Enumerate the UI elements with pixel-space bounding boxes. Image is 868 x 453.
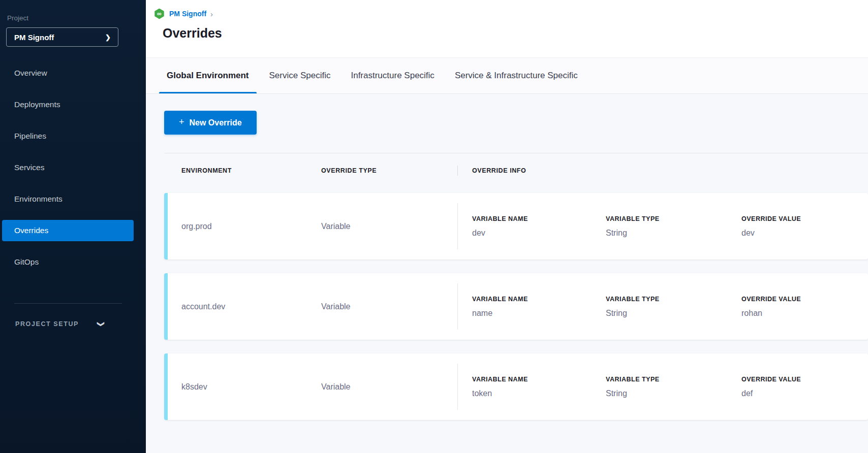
row-override-info: VARIABLE NAME name VARIABLE TYPE String … xyxy=(457,283,868,330)
sidebar-item-label: Overview xyxy=(14,69,47,78)
sidebar-nav: Overview Deployments Pipelines Services … xyxy=(0,62,146,273)
sidebar-item-label: Environments xyxy=(14,195,63,204)
tab-bar: Global Environment Service Specific Infr… xyxy=(146,57,868,94)
variable-name-label: VARIABLE NAME xyxy=(472,296,606,303)
cd-module-icon: ∞ xyxy=(154,9,165,19)
project-setup-label: PROJECT SETUP xyxy=(15,320,79,328)
tab-label: Service & Infrastructure Specific xyxy=(455,71,578,81)
table-header-row: ENVIRONMENT OVERRIDE TYPE OVERRIDE INFO xyxy=(164,166,868,176)
sidebar-item-label: Services xyxy=(14,163,44,172)
tab[interactable]: Service Specific xyxy=(262,58,338,93)
sidebar-item[interactable]: Pipelines xyxy=(2,125,134,147)
override-value-value: def xyxy=(741,389,868,398)
row-override-type: Variable xyxy=(321,193,457,260)
variable-name-value: name xyxy=(472,309,606,318)
tab-label: Service Specific xyxy=(269,71,331,81)
sidebar-item-label: Pipelines xyxy=(14,132,46,141)
column-header-override-info: OVERRIDE INFO xyxy=(458,167,526,174)
variable-type-label: VARIABLE TYPE xyxy=(606,376,741,383)
row-environment: org.prod xyxy=(181,193,321,260)
project-selector[interactable]: PM Signoff ❯ xyxy=(6,27,118,47)
breadcrumb-separator-icon: › xyxy=(210,10,213,18)
sidebar-item[interactable]: Deployments xyxy=(2,94,134,115)
column-header-override-type: OVERRIDE TYPE xyxy=(321,167,457,174)
variable-type-value: String xyxy=(606,309,741,318)
tab[interactable]: Global Environment xyxy=(159,58,257,93)
variable-type-label: VARIABLE TYPE xyxy=(606,215,741,222)
sidebar-item[interactable]: Services xyxy=(2,157,134,178)
variable-type-value: String xyxy=(606,389,741,398)
row-override-info: VARIABLE NAME token VARIABLE TYPE String… xyxy=(457,364,868,410)
tab[interactable]: Service & Infrastructure Specific xyxy=(447,58,585,93)
project-selector-value: PM Signoff xyxy=(14,33,54,42)
sidebar-divider xyxy=(14,303,122,304)
override-value-value: dev xyxy=(741,229,868,238)
sidebar-item[interactable]: Overview xyxy=(2,62,134,84)
chevron-right-icon: ❯ xyxy=(105,34,111,41)
override-row[interactable]: org.prod Variable VARIABLE NAME dev VARI… xyxy=(164,193,868,260)
project-label: Project xyxy=(7,14,146,22)
sidebar: Project PM Signoff ❯ Overview Deployment… xyxy=(0,0,146,453)
sidebar-item-label: Overrides xyxy=(14,226,48,235)
override-row[interactable]: k8sdev Variable VARIABLE NAME token VARI… xyxy=(164,353,868,420)
variable-type-value: String xyxy=(606,229,741,238)
page-title: Overrides xyxy=(163,26,868,41)
content-area: + New Override ENVIRONMENT OVERRIDE TYPE… xyxy=(146,94,868,453)
row-environment: k8sdev xyxy=(181,353,321,420)
sidebar-section-project-setup[interactable]: PROJECT SETUP ❯ xyxy=(15,320,146,328)
variable-name-value: dev xyxy=(472,229,606,238)
new-override-button[interactable]: + New Override xyxy=(164,111,257,135)
override-value-value: rohan xyxy=(741,309,868,318)
new-override-button-label: New Override xyxy=(190,118,242,127)
plus-icon: + xyxy=(179,117,184,127)
tab[interactable]: Infrastructure Specific xyxy=(343,58,442,93)
sidebar-item[interactable]: Overrides xyxy=(2,220,134,241)
row-override-type: Variable xyxy=(321,353,457,420)
sidebar-item-label: Deployments xyxy=(14,100,60,109)
override-list: org.prod Variable VARIABLE NAME dev VARI… xyxy=(164,193,868,420)
chevron-down-icon: ❯ xyxy=(97,321,105,327)
row-override-type: Variable xyxy=(321,273,457,340)
column-header-environment: ENVIRONMENT xyxy=(181,167,321,174)
tab-label: Global Environment xyxy=(167,71,249,81)
sidebar-item-label: GitOps xyxy=(14,257,39,267)
variable-type-label: VARIABLE TYPE xyxy=(606,296,741,303)
tab-label: Infrastructure Specific xyxy=(351,71,434,81)
row-override-info: VARIABLE NAME dev VARIABLE TYPE String O… xyxy=(457,203,868,249)
variable-name-value: token xyxy=(472,389,606,398)
override-value-label: OVERRIDE VALUE xyxy=(741,296,868,303)
main-area: ∞ PM Signoff › Overrides Global Environm… xyxy=(146,0,868,453)
override-row[interactable]: account.dev Variable VARIABLE NAME name … xyxy=(164,273,868,340)
variable-name-label: VARIABLE NAME xyxy=(472,376,606,383)
override-value-label: OVERRIDE VALUE xyxy=(741,376,868,383)
override-value-label: OVERRIDE VALUE xyxy=(741,215,868,222)
app-window: Project PM Signoff ❯ Overview Deployment… xyxy=(0,0,868,453)
sidebar-item[interactable]: GitOps xyxy=(2,251,134,273)
sidebar-item[interactable]: Environments xyxy=(2,188,134,210)
row-environment: account.dev xyxy=(181,273,321,340)
breadcrumb: ∞ PM Signoff › xyxy=(154,8,868,19)
page-header: ∞ PM Signoff › Overrides xyxy=(146,0,868,57)
table-top-divider xyxy=(164,153,868,153)
variable-name-label: VARIABLE NAME xyxy=(472,215,606,222)
breadcrumb-project-link[interactable]: PM Signoff xyxy=(169,10,206,18)
